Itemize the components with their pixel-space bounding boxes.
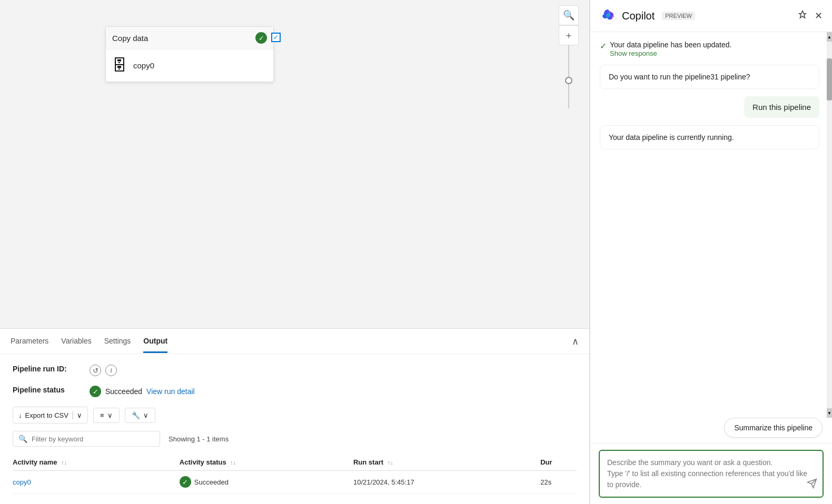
database-icon: 🗄	[112, 57, 127, 74]
refresh-icon[interactable]: ↺	[90, 365, 101, 376]
sort-icon-run-start[interactable]: ↑↓	[388, 459, 393, 466]
activity-card[interactable]: Copy data ✓ 🗄 copy0	[105, 26, 274, 82]
activity-card-header: Copy data ✓	[106, 27, 273, 49]
chevron-down-icon: ∨	[77, 411, 82, 419]
activity-name-link[interactable]: copy0	[13, 478, 31, 486]
filter-lines-icon: ≡	[100, 411, 104, 419]
tabs-list: Parameters Variables Settings Output	[11, 329, 167, 353]
sort-icon-activity[interactable]: ↑↓	[61, 459, 67, 466]
copilot-logo-icon	[600, 7, 617, 24]
cell-activity-name: copy0	[13, 471, 180, 493]
wrench-chevron-icon: ∨	[143, 411, 148, 419]
pipeline-updated-msg: ✓ Your data pipeline has been updated. S…	[600, 41, 819, 57]
user-response-bubble: Run this pipeline	[744, 96, 819, 118]
selection-checkbox[interactable]: ✓	[271, 33, 281, 42]
bot-running-bubble: Your data pipeline is currently running.	[600, 125, 819, 149]
cell-duration: 22s	[540, 471, 577, 493]
output-content: Pipeline run ID: ↺ i Pipeline status ✓ S…	[0, 354, 589, 504]
zoom-in-btn[interactable]: ＋	[559, 25, 579, 45]
tab-settings[interactable]: Settings	[104, 329, 131, 353]
scroll-up-btn[interactable]: ▲	[827, 32, 832, 42]
col-activity-status: Activity status ↑↓	[180, 454, 353, 471]
row-success-badge: ✓ Succeeded	[180, 476, 353, 488]
row-success-icon: ✓	[180, 476, 191, 488]
info-icon[interactable]: i	[105, 365, 117, 376]
success-check-icon: ✓	[255, 32, 267, 44]
filter-chevron-icon: ∨	[107, 411, 113, 419]
bot-question-bubble: Do you want to run the pipeline31 pipeli…	[600, 65, 819, 89]
pipeline-status-label: Pipeline status	[13, 386, 81, 394]
pin-icon-btn[interactable]	[798, 10, 807, 22]
close-icon-btn[interactable]: ✕	[815, 10, 823, 22]
copilot-header: Copilot PREVIEW ✕	[590, 0, 832, 32]
cell-activity-status: ✓ Succeeded	[180, 471, 353, 493]
divider: |	[72, 410, 74, 420]
tab-output[interactable]: Output	[143, 329, 167, 353]
sort-icon-status[interactable]: ↑↓	[230, 459, 236, 466]
export-csv-label: Export to CSV	[25, 411, 68, 419]
status-success-icon: ✓	[90, 386, 101, 397]
pipeline-status-value: ✓ Succeeded View run detail	[90, 386, 195, 397]
col-run-start: Run start ↑↓	[353, 454, 540, 471]
tab-parameters[interactable]: Parameters	[11, 329, 48, 353]
scroll-thumb[interactable]	[827, 58, 832, 100]
canvas-area: 🔍 ＋ Copy data ✓ 🗄 copy0 ✓	[0, 0, 589, 328]
cell-run-start: 10/21/2024, 5:45:17	[353, 471, 540, 493]
chat-area: ▲ ▼ ✓ Your data pipeline has been update…	[590, 32, 832, 418]
search-input-wrap[interactable]: 🔍	[13, 431, 160, 447]
copilot-logo-area: Copilot PREVIEW	[600, 7, 695, 24]
pipeline-run-id-value: ↺ i	[90, 365, 117, 376]
activity-card-title: Copy data	[112, 34, 148, 43]
left-panel: 🔍 ＋ Copy data ✓ 🗄 copy0 ✓ Parameters	[0, 0, 590, 504]
row-status-text: Succeeded	[194, 478, 229, 486]
bot-running-text: Your data pipeline is currently running.	[609, 133, 734, 142]
chat-input-area	[590, 443, 832, 504]
scroll-track: ▲ ▼	[827, 32, 832, 418]
search-row: 🔍 Showing 1 - 1 items	[13, 431, 577, 447]
filter-btn[interactable]: ≡ ∨	[93, 408, 120, 423]
col-activity-name: Activity name ↑↓	[13, 454, 180, 471]
pipeline-status-row: Pipeline status ✓ Succeeded View run det…	[13, 386, 577, 397]
zoom-track	[568, 45, 569, 108]
collapse-panel-btn[interactable]: ∧	[572, 336, 579, 347]
output-table: Activity name ↑↓ Activity status ↑↓ Run …	[13, 454, 577, 493]
output-panel: Parameters Variables Settings Output ∧ P…	[0, 328, 589, 504]
tab-variables[interactable]: Variables	[61, 329, 91, 353]
pipeline-updated-text: Your data pipeline has been updated.	[610, 41, 731, 49]
pipeline-run-id-row: Pipeline run ID: ↺ i	[13, 365, 577, 376]
col-duration: Dur	[540, 454, 577, 471]
chat-input-box[interactable]	[599, 450, 824, 498]
download-icon: ↓	[18, 411, 22, 419]
settings-wrench-btn[interactable]: 🔧 ∨	[125, 408, 155, 423]
header-actions: ✕	[798, 10, 823, 22]
activity-node-name: copy0	[133, 61, 154, 70]
copilot-title: Copilot	[622, 10, 655, 22]
zoom-thumb[interactable]	[565, 77, 572, 84]
table-row: copy0 ✓ Succeeded 10/21/2024, 5:45:17 22…	[13, 471, 577, 493]
wrench-icon: 🔧	[132, 411, 140, 419]
showing-count: Showing 1 - 1 items	[169, 435, 229, 443]
status-badge: Succeeded	[105, 387, 142, 396]
summarize-pipeline-btn[interactable]: Summarize this pipeline	[724, 418, 823, 438]
export-csv-btn[interactable]: ↓ Export to CSV | ∨	[13, 407, 88, 424]
scroll-down-btn[interactable]: ▼	[827, 408, 832, 418]
send-btn[interactable]	[807, 478, 817, 491]
zoom-controls: 🔍 ＋	[559, 5, 579, 108]
activity-card-body: 🗄 copy0	[106, 49, 273, 82]
show-response-link[interactable]: Show response	[610, 49, 657, 57]
pipeline-run-id-label: Pipeline run ID:	[13, 365, 81, 373]
copilot-panel: Copilot PREVIEW ✕ ▲ ▼ ✓ Your data pipeli…	[590, 0, 832, 504]
search-icon: 🔍	[18, 435, 27, 443]
suggested-actions: Summarize this pipeline	[590, 418, 832, 443]
tabs-row: Parameters Variables Settings Output ∧	[0, 329, 589, 354]
preview-badge: PREVIEW	[662, 12, 695, 20]
user-response-text: Run this pipeline	[752, 103, 811, 112]
view-run-detail-link[interactable]: View run detail	[146, 387, 195, 396]
chat-textarea[interactable]	[607, 457, 815, 489]
search-zoom-btn[interactable]: 🔍	[559, 5, 579, 25]
toolbar-row: ↓ Export to CSV | ∨ ≡ ∨ 🔧 ∨	[13, 407, 577, 424]
search-input[interactable]	[32, 435, 154, 443]
bot-question-text: Do you want to run the pipeline31 pipeli…	[609, 73, 750, 81]
check-circle-icon: ✓	[600, 41, 607, 51]
